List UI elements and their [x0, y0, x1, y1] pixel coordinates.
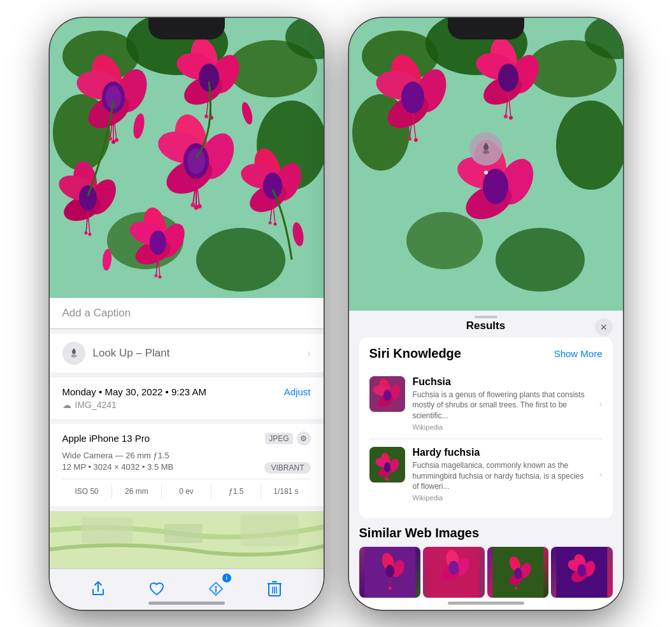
- svg-point-68: [194, 205, 198, 209]
- svg-point-56: [158, 275, 161, 278]
- exif-aperture: ƒ1.5: [211, 484, 261, 498]
- svg-rect-75: [82, 518, 132, 543]
- right-phone-screen: Results ✕ Siri Knowledge Show More: [349, 18, 623, 610]
- similar-web-images-section: Similar Web Images: [349, 526, 623, 598]
- svg-point-83: [215, 586, 217, 588]
- lookup-chevron-icon: ›: [307, 348, 310, 359]
- fuchsia-name: Fuchsia: [413, 376, 592, 388]
- fuchsia-description: Fuchsia is a genus of flowering plants t…: [413, 390, 592, 421]
- svg-point-122: [483, 150, 489, 154]
- left-phone: Add a Caption Look Up – Plant › Mon: [50, 18, 324, 610]
- lookup-row[interactable]: Look Up – Plant ›: [50, 334, 324, 372]
- svg-point-142: [385, 565, 394, 577]
- visual-lookup-icon: [62, 342, 85, 365]
- similar-image-3[interactable]: [487, 547, 549, 598]
- photo-area[interactable]: [50, 18, 324, 298]
- similar-images-grid: [359, 547, 613, 598]
- svg-point-97: [406, 212, 483, 269]
- svg-point-8: [196, 228, 285, 292]
- settings-icon[interactable]: ⚙: [297, 432, 311, 446]
- left-phone-screen: Add a Caption Look Up – Plant › Mon: [50, 18, 324, 610]
- right-home-indicator: [448, 602, 524, 605]
- svg-point-156: [515, 587, 517, 589]
- svg-point-149: [448, 561, 459, 575]
- svg-point-37: [84, 231, 87, 234]
- hardy-fuchsia-thumbnail: [369, 447, 405, 483]
- svg-point-28: [204, 115, 208, 118]
- share-button[interactable]: [84, 575, 112, 603]
- caption-area[interactable]: Add a Caption: [50, 298, 324, 329]
- info-badge: i: [222, 574, 231, 582]
- cloud-icon: ☁: [62, 400, 71, 410]
- siri-knowledge-title: Siri Knowledge: [369, 346, 461, 361]
- svg-point-107: [414, 138, 418, 142]
- hardy-fuchsia-description: Fuchsia magellanica, commonly known as t…: [413, 460, 592, 492]
- svg-point-162: [577, 564, 586, 577]
- map-area[interactable]: [50, 511, 324, 568]
- show-more-button[interactable]: Show More: [554, 348, 603, 359]
- adjust-button[interactable]: Adjust: [284, 386, 311, 397]
- format-badges: JPEG ⚙: [265, 432, 310, 446]
- siri-knowledge-section: Siri Knowledge Show More: [359, 337, 613, 519]
- svg-point-47: [273, 222, 276, 225]
- close-button[interactable]: ✕: [595, 318, 613, 336]
- similar-image-4[interactable]: [551, 547, 613, 598]
- delete-button[interactable]: [261, 575, 289, 603]
- fuchsia-thumbnail: [369, 376, 405, 412]
- results-title: Results: [466, 317, 505, 332]
- fuchsia-chevron-icon: ›: [599, 398, 603, 409]
- svg-point-116: [509, 116, 513, 120]
- date-text: Monday • May 30, 2022 • 9:23 AM: [62, 386, 206, 397]
- exif-focal: 26 mm: [112, 484, 162, 498]
- result-item-fuchsia[interactable]: Fuchsia Fuchsia is a genus of flowering …: [369, 369, 603, 439]
- hardy-fuchsia-name: Hardy fuchsia: [413, 447, 592, 458]
- svg-point-154: [514, 568, 522, 579]
- jpeg-badge: JPEG: [265, 433, 292, 444]
- svg-point-138: [387, 479, 390, 481]
- info-button[interactable]: i: [202, 575, 230, 603]
- svg-point-46: [268, 221, 271, 224]
- phone-notch: [148, 18, 225, 39]
- results-sheet: Results ✕ Siri Knowledge Show More: [349, 311, 623, 598]
- similar-image-1[interactable]: [359, 547, 421, 598]
- photo-info: Add a Caption Look Up – Plant › Mon: [50, 298, 324, 568]
- lookup-label: Look Up – Plant: [93, 347, 170, 360]
- hardy-fuchsia-source: Wikipedia: [413, 494, 592, 502]
- svg-point-134: [384, 462, 390, 472]
- fuchsia-source: Wikipedia: [413, 423, 592, 431]
- siri-header: Siri Knowledge Show More: [369, 346, 603, 361]
- svg-point-96: [556, 101, 623, 190]
- svg-point-43: [263, 173, 282, 199]
- exif-iso: ISO 50: [62, 484, 112, 498]
- svg-point-55: [154, 274, 157, 277]
- svg-point-106: [408, 137, 411, 141]
- svg-point-128: [383, 390, 391, 401]
- camera-model: Apple iPhone 13 Pro: [62, 433, 150, 444]
- svg-point-20: [111, 140, 115, 144]
- right-phone: Results ✕ Siri Knowledge Show More: [349, 18, 623, 610]
- svg-point-18: [108, 137, 112, 141]
- fuchsia-content: Fuchsia Fuchsia is a genus of flowering …: [413, 376, 592, 431]
- svg-point-73: [71, 354, 76, 357]
- svg-point-144: [388, 587, 391, 590]
- drag-handle[interactable]: [475, 316, 497, 318]
- hardy-fuchsia-content: Hardy fuchsia Fuchsia magellanica, commo…: [413, 447, 592, 502]
- svg-point-98: [496, 228, 585, 292]
- visual-search-button[interactable]: [469, 132, 503, 166]
- hardy-fuchsia-chevron-icon: ›: [599, 469, 603, 479]
- filename: IMG_4241: [75, 400, 117, 410]
- visual-search-dot: [484, 171, 488, 174]
- svg-rect-77: [241, 514, 298, 546]
- svg-rect-76: [164, 524, 203, 543]
- svg-point-137: [385, 477, 387, 480]
- date-section: Monday • May 30, 2022 • 9:23 AM Adjust ☁…: [50, 377, 324, 419]
- vibrant-badge: VIBRANT: [264, 462, 310, 474]
- exif-row: ISO 50 26 mm 0 ev ƒ1.5 1/181 s: [62, 479, 311, 498]
- similar-image-2[interactable]: [423, 547, 485, 598]
- result-item-hardy-fuchsia[interactable]: Hardy fuchsia Fuchsia magellanica, commo…: [369, 439, 603, 509]
- right-photo-area[interactable]: [349, 18, 623, 311]
- like-button[interactable]: [143, 575, 171, 603]
- camera-detail-1: Wide Camera — 26 mm ƒ1.5: [62, 451, 311, 460]
- results-header: Results ✕: [349, 311, 623, 337]
- svg-point-103: [401, 81, 424, 113]
